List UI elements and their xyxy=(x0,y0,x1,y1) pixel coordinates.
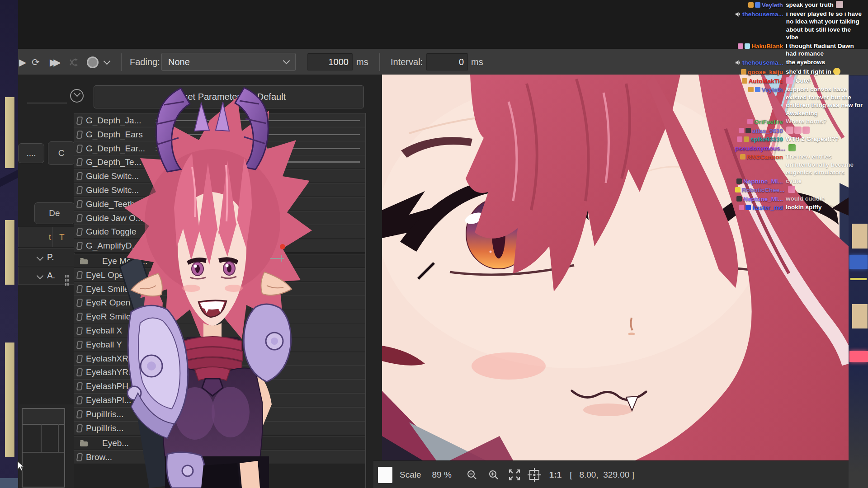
parameter-row[interactable]: EyelashYR...: xyxy=(74,365,365,379)
more-button[interactable]: .... xyxy=(18,143,44,163)
zoom-in-icon[interactable] xyxy=(486,469,501,480)
drag-handle-icon[interactable] xyxy=(65,274,69,286)
parameter-row[interactable]: EyelashPH...: xyxy=(74,379,365,393)
parameter-slider[interactable] xyxy=(74,114,365,127)
chat-badge-icon xyxy=(747,119,753,124)
parameter-row[interactable]: G_AmplifyD...: xyxy=(74,239,365,253)
stream-chat-overlay[interactable]: Veylethspeak your truth thehousema...i n… xyxy=(735,1,865,212)
play-icon[interactable]: ▶ xyxy=(19,49,26,75)
parameter-folder-row[interactable]: Eye Move... xyxy=(74,254,365,268)
chat-username[interactable]: RNGCannon xyxy=(747,153,783,161)
parameter-row[interactable]: PupilIris...: xyxy=(74,421,365,435)
parameter-icon xyxy=(76,355,83,363)
default-tab-label: De xyxy=(49,208,60,218)
parameter-row[interactable]: Eyeball X: xyxy=(74,324,365,338)
parameter-row[interactable]: Guide Switc...: xyxy=(74,169,365,183)
parameter-row[interactable]: G_Depth_Ja...: xyxy=(74,113,365,127)
chat-badge-icon xyxy=(745,128,751,133)
parameter-row[interactable]: Guide Toggle: xyxy=(74,225,365,239)
parameter-row[interactable]: EyeR Open: xyxy=(74,296,365,310)
chat-username[interactable]: Neptune_MI... xyxy=(743,195,783,203)
parameter-row[interactable]: EyeR Smile: xyxy=(74,310,365,324)
chat-username[interactable]: HakuBlank xyxy=(751,42,783,51)
chat-username[interactable]: goose_kaiju xyxy=(748,68,783,76)
chat-message-meta: atlas_9630 xyxy=(735,127,783,135)
timeline-grid[interactable] xyxy=(22,408,65,488)
parameter-slider[interactable] xyxy=(74,128,365,141)
chat-username[interactable]: Veyleth xyxy=(762,1,783,9)
interval-input[interactable] xyxy=(426,53,468,70)
parameter-row[interactable]: EyelashXReac: xyxy=(74,352,365,366)
parameter-row[interactable]: G_Depth_Te...: xyxy=(74,155,365,169)
chat-username[interactable]: kaster_md xyxy=(752,204,783,212)
parameter-label: EyeL Open xyxy=(86,270,128,280)
parameter-row[interactable]: Eyeball Y: xyxy=(74,338,365,352)
chat-username[interactable]: thehousema... xyxy=(742,10,783,19)
record-icon[interactable] xyxy=(87,49,99,75)
emote-icon xyxy=(836,1,843,8)
collapse-all-icon[interactable] xyxy=(70,89,84,103)
fading-select[interactable]: None xyxy=(161,53,296,71)
parameter-label: Eye Move... xyxy=(102,256,147,266)
chat-username[interactable]: OriFaefire xyxy=(754,118,783,126)
list-row-p[interactable]: P. xyxy=(18,248,75,266)
chat-username[interactable]: AutoMakTic xyxy=(749,77,783,85)
parameter-menu-dots: : xyxy=(155,271,157,280)
parameter-row[interactable]: Guide Jaw O...: xyxy=(74,211,365,225)
parameter-row[interactable]: G_Depth_Ear...: xyxy=(74,141,365,155)
toolbar-divider xyxy=(379,53,380,71)
parameter-icon xyxy=(76,242,83,250)
parameter-row[interactable]: EyeL Open: xyxy=(74,268,365,282)
parameter-label: Eyeball Y xyxy=(86,340,122,350)
parameter-menu-dots: : xyxy=(155,382,157,391)
chat-username[interactable]: RoboticChee... xyxy=(742,186,785,194)
chat-username[interactable]: pseudonymous... xyxy=(735,145,785,153)
chat-message: RNGCannonThe new entries unintentionally… xyxy=(735,153,865,177)
fading-label: Fading: xyxy=(130,49,160,75)
shuffle-icon[interactable] xyxy=(69,49,81,75)
fast-forward-icon[interactable]: ▶▶ xyxy=(50,49,57,75)
duration-input[interactable] xyxy=(307,53,353,70)
parameter-label: EyelashPl... xyxy=(86,395,131,405)
chat-message-text xyxy=(788,144,865,153)
parameter-icon xyxy=(76,396,83,404)
chat-username[interactable]: spike93339 xyxy=(750,136,783,144)
reset-parameters-button[interactable]: Reset Parameters to Default xyxy=(94,85,364,108)
actual-size-button[interactable]: 1:1 xyxy=(549,470,561,480)
parameter-label: Brow... xyxy=(86,452,112,462)
loop-icon[interactable]: ⟳ xyxy=(32,49,40,75)
zoom-out-icon[interactable] xyxy=(464,469,480,480)
partial-button[interactable]: C xyxy=(48,141,75,165)
parameter-row[interactable]: EyelashPl...: xyxy=(74,393,365,407)
chat-username[interactable]: atlas_9630 xyxy=(752,127,783,135)
chat-badge-icon xyxy=(744,136,749,142)
parameter-row[interactable]: Guide Switc...: xyxy=(74,183,365,197)
chevron-down-icon[interactable] xyxy=(104,49,109,75)
parameter-menu-dots: : xyxy=(155,214,157,223)
default-tab-button[interactable]: De xyxy=(34,202,75,224)
parameter-folder-row[interactable]: Eyeb... xyxy=(74,436,365,450)
parameter-row[interactable]: Brow...: xyxy=(74,450,365,464)
parameter-menu-dots: : xyxy=(155,298,157,307)
chat-username[interactable]: thehousema... xyxy=(742,59,783,67)
parameter-slider[interactable] xyxy=(74,155,365,169)
chat-message: goose_kaijushe'd fit right in xyxy=(735,68,865,76)
parameter-row[interactable]: PupilIris...: xyxy=(74,407,365,421)
parameter-label: EyelashXReac xyxy=(86,354,142,364)
fit-screen-icon[interactable] xyxy=(507,468,522,482)
canvas-color-swatch[interactable] xyxy=(378,467,392,483)
panel-edge[interactable] xyxy=(365,113,366,488)
partial-button-label: C xyxy=(58,148,65,158)
chat-message-meta: Veyleth xyxy=(735,1,783,9)
parameter-row[interactable]: Guide_Teeth...: xyxy=(74,197,365,211)
parameter-slider[interactable] xyxy=(74,142,365,155)
parameter-icon xyxy=(76,341,83,349)
chat-username[interactable]: Veyleth xyxy=(762,86,783,94)
chat-username[interactable]: Neptune_MI... xyxy=(743,178,783,186)
parameter-row[interactable]: EyeL Smile: xyxy=(74,282,365,296)
parameter-icon xyxy=(76,453,83,461)
parameter-row[interactable]: G_Depth_Ears: xyxy=(74,127,365,141)
column-header-left[interactable]: t xyxy=(18,227,55,247)
parameter-menu-dots: : xyxy=(155,285,157,294)
center-view-icon[interactable] xyxy=(527,468,542,482)
